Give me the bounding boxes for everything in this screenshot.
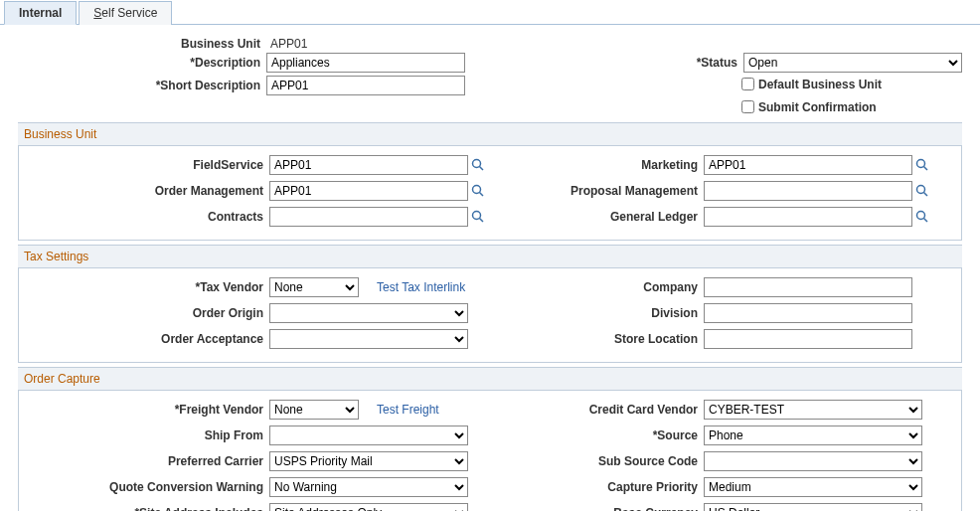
select-tax-vendor[interactable]: None bbox=[269, 277, 359, 297]
label-general-ledger: General Ledger bbox=[490, 210, 704, 224]
label-capture-priority: Capture Priority bbox=[490, 480, 704, 494]
input-contracts[interactable] bbox=[269, 207, 468, 227]
label-store-location: Store Location bbox=[490, 332, 704, 346]
label-source: *Source bbox=[490, 428, 704, 442]
label-status: *Status bbox=[697, 56, 743, 70]
select-freight-vendor[interactable]: None bbox=[269, 400, 359, 420]
label-sub-source-code: Sub Source Code bbox=[490, 454, 704, 468]
svg-line-9 bbox=[924, 193, 928, 197]
svg-point-2 bbox=[473, 186, 481, 194]
link-test-tax-interlink[interactable]: Test Tax Interlink bbox=[377, 280, 465, 294]
input-company[interactable] bbox=[704, 277, 912, 297]
select-site-address-includes[interactable]: Site Addresses Only bbox=[269, 503, 468, 511]
svg-line-5 bbox=[480, 219, 484, 223]
label-freight-vendor: *Freight Vendor bbox=[23, 403, 269, 417]
magnifier-icon bbox=[471, 158, 485, 172]
label-business-unit: Business Unit bbox=[18, 37, 266, 51]
label-division: Division bbox=[490, 306, 704, 320]
magnifier-icon bbox=[471, 184, 485, 198]
magnifier-icon bbox=[915, 158, 929, 172]
row-short-description: *Short Description Default Business Unit bbox=[18, 75, 962, 95]
label-site-address-includes: *Site Address Includes bbox=[23, 506, 269, 511]
select-preferred-carrier[interactable]: USPS Priority Mail bbox=[269, 451, 468, 471]
label-field-service: FieldService bbox=[23, 158, 269, 172]
tab-bar: Internal Self Service bbox=[0, 0, 980, 25]
svg-point-8 bbox=[917, 186, 925, 194]
section-header-tax-settings: Tax Settings bbox=[18, 245, 962, 268]
section-header-order-capture: Order Capture bbox=[18, 367, 962, 391]
select-source[interactable]: Phone bbox=[704, 426, 922, 445]
label-short-description: *Short Description bbox=[18, 79, 266, 92]
tab-internal[interactable]: Internal bbox=[4, 1, 77, 25]
section-tax-settings: Tax Settings *Tax Vendor None Test Tax I… bbox=[18, 245, 962, 363]
label-quote-conversion-warning: Quote Conversion Warning bbox=[23, 480, 269, 494]
label-description: *Description bbox=[18, 56, 266, 70]
checkbox-default-business-unit[interactable] bbox=[741, 78, 754, 90]
lookup-contracts[interactable] bbox=[470, 209, 486, 225]
lookup-marketing[interactable] bbox=[914, 157, 930, 173]
input-field-service[interactable] bbox=[269, 155, 468, 175]
input-description[interactable] bbox=[266, 53, 465, 73]
magnifier-icon bbox=[915, 184, 929, 198]
label-company: Company bbox=[490, 280, 704, 294]
label-order-acceptance: Order Acceptance bbox=[23, 332, 269, 346]
select-capture-priority[interactable]: Medium bbox=[704, 477, 922, 497]
select-quote-conversion-warning[interactable]: No Warning bbox=[269, 477, 468, 497]
input-proposal-management[interactable] bbox=[704, 181, 912, 201]
select-order-acceptance[interactable] bbox=[269, 329, 468, 349]
label-base-currency: Base Currency bbox=[490, 506, 704, 511]
value-business-unit: APP01 bbox=[266, 37, 307, 51]
link-test-freight[interactable]: Test Freight bbox=[377, 403, 439, 417]
label-ship-from: Ship From bbox=[23, 428, 269, 442]
select-status[interactable]: Open bbox=[743, 53, 962, 73]
row-submit-confirmation-outer: Submit Confirmation bbox=[18, 97, 962, 118]
label-default-business-unit: Default Business Unit bbox=[758, 78, 882, 91]
lookup-field-service[interactable] bbox=[470, 157, 486, 173]
label-tax-vendor: *Tax Vendor bbox=[23, 280, 269, 294]
svg-line-1 bbox=[480, 167, 484, 171]
section-header-business-unit: Business Unit bbox=[18, 122, 962, 146]
select-sub-source-code[interactable] bbox=[704, 451, 922, 471]
section-body-order-capture: *Freight Vendor None Test Freight Ship F… bbox=[18, 391, 962, 511]
lookup-proposal-management[interactable] bbox=[914, 183, 930, 199]
label-order-management: Order Management bbox=[23, 184, 269, 198]
magnifier-icon bbox=[471, 210, 485, 224]
section-order-capture: Order Capture *Freight Vendor None Test … bbox=[18, 367, 962, 511]
row-business-unit: Business Unit APP01 bbox=[18, 37, 962, 51]
input-general-ledger[interactable] bbox=[704, 207, 912, 227]
svg-line-3 bbox=[480, 193, 484, 197]
tab-self-service-rest: elf Service bbox=[101, 6, 157, 20]
label-credit-card-vendor: Credit Card Vendor bbox=[490, 403, 704, 417]
tab-self-service[interactable]: Self Service bbox=[79, 1, 172, 25]
magnifier-icon bbox=[915, 210, 929, 224]
section-business-unit: Business Unit FieldService Order Managem… bbox=[18, 122, 962, 241]
label-contracts: Contracts bbox=[23, 210, 269, 224]
label-order-origin: Order Origin bbox=[23, 306, 269, 320]
row-default-bu: Default Business Unit bbox=[737, 75, 962, 93]
select-ship-from[interactable] bbox=[269, 426, 468, 445]
row-description: *Description *Status Open bbox=[18, 53, 962, 73]
checkbox-submit-confirmation[interactable] bbox=[741, 100, 754, 113]
svg-point-10 bbox=[917, 212, 925, 220]
select-order-origin[interactable] bbox=[269, 303, 468, 323]
label-submit-confirmation: Submit Confirmation bbox=[758, 100, 877, 114]
section-body-tax-settings: *Tax Vendor None Test Tax Interlink Orde… bbox=[18, 268, 962, 363]
lookup-order-management[interactable] bbox=[470, 183, 486, 199]
select-base-currency[interactable]: US Dollar bbox=[704, 503, 922, 511]
svg-point-6 bbox=[917, 160, 925, 168]
input-marketing[interactable] bbox=[704, 155, 912, 175]
input-division[interactable] bbox=[704, 303, 912, 323]
select-credit-card-vendor[interactable]: CYBER-TEST bbox=[704, 400, 922, 420]
svg-line-11 bbox=[924, 219, 928, 223]
input-store-location[interactable] bbox=[704, 329, 912, 349]
input-short-description[interactable] bbox=[266, 76, 465, 95]
label-marketing: Marketing bbox=[490, 158, 704, 172]
label-proposal-management: Proposal Management bbox=[490, 184, 704, 198]
label-preferred-carrier: Preferred Carrier bbox=[23, 454, 269, 468]
input-order-management[interactable] bbox=[269, 181, 468, 201]
section-body-business-unit: FieldService Order Management Contracts bbox=[18, 146, 962, 241]
lookup-general-ledger[interactable] bbox=[914, 209, 930, 225]
row-submit-confirmation: Submit Confirmation bbox=[737, 97, 962, 116]
svg-point-0 bbox=[473, 160, 481, 168]
svg-line-7 bbox=[924, 167, 928, 171]
